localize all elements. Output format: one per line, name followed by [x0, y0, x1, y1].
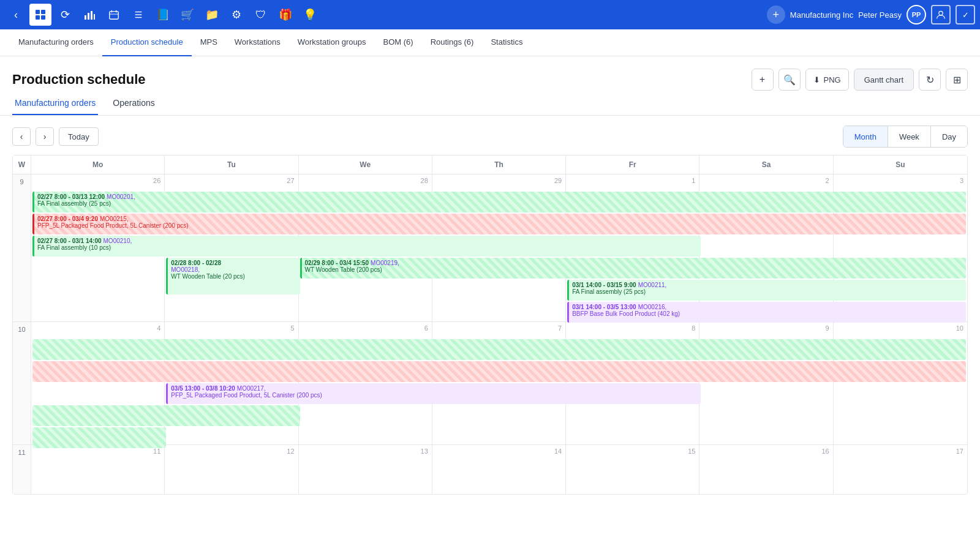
- week10-day-fri: 8: [566, 322, 699, 444]
- day-1: 1: [566, 174, 699, 187]
- bulb-icon[interactable]: 💡: [299, 4, 321, 26]
- week10-day-sun: 10: [834, 322, 967, 444]
- month-view-button[interactable]: Month: [843, 126, 888, 147]
- user-avatar[interactable]: PP: [907, 5, 926, 24]
- sat-header: Sa: [699, 156, 833, 174]
- week9-day-fri: 1: [566, 174, 699, 321]
- week10-day-sat: 9: [699, 322, 833, 444]
- week11-day-thu: 14: [432, 445, 566, 494]
- shield-icon[interactable]: 🛡: [250, 4, 272, 26]
- gift-icon[interactable]: 🎁: [274, 4, 296, 26]
- week10-day-wed: 6: [299, 322, 432, 444]
- week-col-header: W: [13, 156, 31, 174]
- svg-rect-3: [41, 15, 45, 20]
- nav-statistics[interactable]: Statistics: [482, 29, 531, 56]
- day-2: 2: [699, 174, 832, 187]
- checkmark-icon[interactable]: ✓: [956, 5, 975, 24]
- grid-view-button[interactable]: ⊞: [946, 69, 968, 91]
- week9-day-tue: 27: [165, 174, 298, 321]
- bag-icon[interactable]: 🛒: [176, 4, 198, 26]
- add-record-button[interactable]: +: [752, 69, 774, 91]
- company-name: Manufacturing Inc: [790, 10, 853, 20]
- thu-header: Th: [432, 156, 566, 174]
- week10-day-tue: 5: [165, 322, 298, 444]
- fri-header: Fr: [566, 156, 699, 174]
- refresh-button[interactable]: ↻: [919, 69, 941, 91]
- week-9-row: 9 26 27 28 29 1 2 3 02/27: [13, 174, 967, 322]
- page-header: Production schedule + 🔍 ⬇ PNG Gantt char…: [0, 56, 980, 98]
- tue-header: Tu: [165, 156, 298, 174]
- calendar-icon[interactable]: [103, 4, 125, 26]
- today-button[interactable]: Today: [59, 127, 99, 146]
- list-icon[interactable]: [127, 4, 149, 26]
- mon-header: Mo: [31, 156, 165, 174]
- week11-day-sat: 16: [699, 445, 833, 494]
- calendar-controls: ‹ › Today Month Week Day: [0, 116, 980, 148]
- export-png-button[interactable]: ⬇ PNG: [805, 69, 849, 91]
- sun-header: Su: [834, 156, 967, 174]
- day-29: 29: [432, 174, 565, 187]
- day-27: 27: [165, 174, 298, 187]
- week9-day-thu: 29: [432, 174, 566, 321]
- gantt-chart-button[interactable]: Gantt chart: [854, 69, 914, 91]
- page-title: Production schedule: [12, 72, 752, 88]
- svg-point-15: [939, 11, 943, 15]
- svg-rect-8: [110, 12, 118, 20]
- search-button[interactable]: 🔍: [778, 69, 801, 91]
- svg-rect-2: [36, 15, 40, 20]
- day-view-button[interactable]: Day: [931, 126, 967, 147]
- week9-day-wed: 28: [299, 174, 432, 321]
- svg-rect-0: [36, 10, 40, 14]
- user-name: Peter Peasy: [858, 10, 902, 20]
- spinner-icon[interactable]: ⟳: [54, 4, 76, 26]
- week11-day-wed: 13: [299, 445, 432, 494]
- folder-icon[interactable]: 📁: [201, 4, 223, 26]
- top-bar: ‹ ⟳ 📘 🛒 📁 ⚙ 🛡 🎁 💡 + Manufacturing Inc Pe…: [0, 0, 980, 29]
- tab-operations[interactable]: Operations: [110, 98, 157, 115]
- book-icon[interactable]: 📘: [152, 4, 174, 26]
- nav-bom[interactable]: BOM (6): [375, 29, 422, 56]
- week10-day-thu: 7: [432, 322, 566, 444]
- svg-rect-7: [94, 14, 95, 20]
- nav-manufacturing-orders[interactable]: Manufacturing orders: [10, 29, 102, 56]
- week11-day-sun: 17: [834, 445, 967, 494]
- day-28: 28: [299, 174, 432, 187]
- week9-day-mon: 26: [31, 174, 165, 321]
- calendar: W Mo Tu We Th Fr Sa Su 9 26 27 28 29 1 2…: [12, 155, 968, 495]
- week-11-num: 11: [13, 445, 31, 494]
- week11-day-mon: 11: [31, 445, 165, 494]
- nav-workstations[interactable]: Workstations: [226, 29, 289, 56]
- week9-day-sun: 3: [834, 174, 967, 321]
- nav-mps[interactable]: MPS: [192, 29, 226, 56]
- week9-day-sat: 2: [699, 174, 833, 321]
- nav-routings[interactable]: Routings (6): [422, 29, 483, 56]
- week11-day-fri: 15: [566, 445, 699, 494]
- prev-button[interactable]: ‹: [12, 127, 31, 146]
- week-view-button[interactable]: Week: [888, 126, 931, 147]
- add-button[interactable]: +: [767, 6, 785, 24]
- top-bar-right: + Manufacturing Inc Peter Peasy PP ✓: [767, 5, 975, 24]
- week-10-num: 10: [13, 322, 31, 444]
- svg-rect-4: [85, 15, 86, 20]
- next-button[interactable]: ›: [36, 127, 54, 146]
- svg-rect-5: [88, 13, 89, 20]
- week10-day-mon: 4: [31, 322, 165, 444]
- header-actions: + 🔍 ⬇ PNG Gantt chart ↻ ⊞: [752, 69, 968, 91]
- week-10-row: 10 4 5 6 7 8 9 10: [13, 322, 967, 445]
- wed-header: We: [299, 156, 432, 174]
- back-icon[interactable]: ‹: [5, 4, 27, 26]
- tab-manufacturing-orders[interactable]: Manufacturing orders: [12, 98, 98, 115]
- nav-production-schedule[interactable]: Production schedule: [102, 29, 192, 56]
- app-icon[interactable]: [29, 4, 51, 26]
- day-26: 26: [31, 174, 164, 187]
- day-3: 3: [834, 174, 967, 187]
- account-icon[interactable]: [931, 5, 951, 24]
- chart-icon[interactable]: [78, 4, 100, 26]
- nav-workstation-groups[interactable]: Workstation groups: [289, 29, 375, 56]
- gear-icon[interactable]: ⚙: [225, 4, 247, 26]
- secondary-nav: Manufacturing orders Production schedule…: [0, 29, 980, 56]
- tabs: Manufacturing orders Operations: [0, 98, 980, 116]
- week-9-num: 9: [13, 174, 31, 321]
- download-icon: ⬇: [813, 75, 820, 84]
- week-11-row: 11 11 12 13 14 15 16 17: [13, 445, 967, 494]
